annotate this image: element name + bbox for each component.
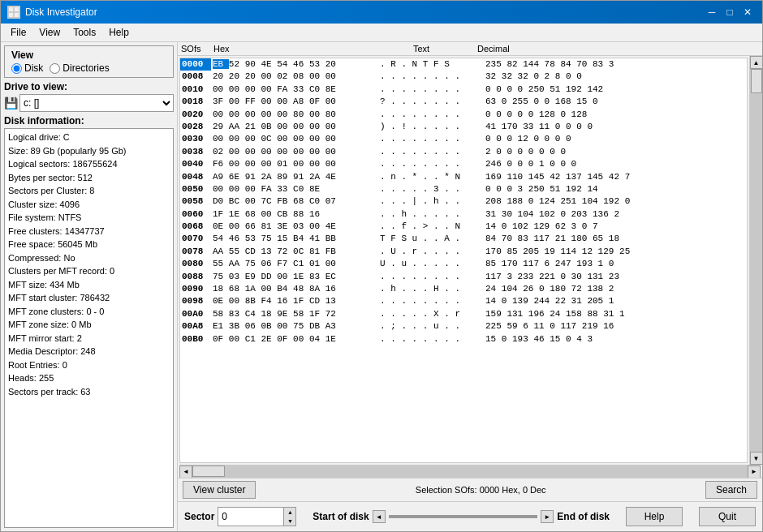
sector-input[interactable] [218,508,283,526]
hex-byte: 91 [293,172,309,182]
radio-disk-input[interactable] [11,63,22,74]
sector-input-row: ▲ ▼ [218,507,296,526]
hex-decimal: 208 188 0 124 251 104 192 0 [479,195,641,208]
table-row[interactable]: 003802 00 00 00 00 00 00 00. . . . . . .… [180,146,641,158]
minimize-button[interactable]: ─ [704,4,720,20]
table-row[interactable]: 0048A9 6E 91 2A 89 91 2A 4E. n . * . . *… [180,171,641,183]
table-row[interactable]: 00183F 00 FF 00 00 A8 0F 00? . . . . . .… [180,96,641,108]
hex-byte: 0E [213,221,229,231]
hex-values: 0E 00 8B F4 16 1F CD 13 [211,295,373,307]
scroll-track[interactable] [750,69,763,452]
hex-byte: 72 [325,309,336,319]
menu-help[interactable]: Help [102,25,136,40]
table-row[interactable]: 00680E 00 66 81 3E 03 00 4E. . f . > . .… [180,221,641,233]
hex-byte: 00 [309,147,325,157]
table-row[interactable]: 00601F 1E 68 00 CB 88 16. . h . . . . . … [180,208,641,221]
start-of-disk-label: Start of disk [313,511,369,522]
radio-disk[interactable]: Disk [11,62,43,74]
search-button[interactable]: Search [705,481,757,499]
hex-byte: 00 [229,159,245,169]
title-bar: Disk Investigator ─ □ ✕ [1,1,762,24]
hex-decimal: 225 59 6 11 0 117 219 16 [479,320,641,332]
hex-byte: FA [277,84,293,94]
hex-values: F6 00 00 00 01 00 00 00 [211,158,373,170]
table-row[interactable]: 005000 00 00 FA 33 C0 8E. . . . . 3 . . … [180,183,641,195]
table-row[interactable]: 007054 46 53 75 15 B4 41 BBT F S u . . A… [180,233,641,245]
table-row[interactable]: 0058D0 BC 00 7C FB 68 C0 07. . . | . h .… [180,195,641,208]
table-row[interactable]: 0040F6 00 00 00 01 00 00 00. . . . . . .… [180,158,641,170]
scroll-thumb[interactable] [751,69,762,93]
hex-byte: 0B [261,321,277,331]
hex-text: U . u . . . . . [373,258,479,270]
table-row[interactable]: 00B00F 00 C1 2E 0F 00 04 1E. . . . . . .… [180,333,641,345]
right-panel: SOfs Hex Text Decimal 0000EB 52 90 4E 54… [178,42,762,531]
menu-file[interactable]: File [4,25,32,40]
hex-decimal: 85 170 117 6 247 193 1 0 [479,258,641,270]
close-button[interactable]: ✕ [739,4,756,20]
hex-values: 0E 00 66 81 3E 03 00 4E [211,221,373,233]
table-row[interactable]: 002000 00 00 00 00 80 00 80. . . . . . .… [180,109,641,121]
table-row[interactable]: 002829 AA 21 0B 00 00 00 00) . ! . . . .… [180,121,641,133]
table-row[interactable]: 00A058 83 C4 18 9E 58 1F 72. . . . . X .… [180,308,641,320]
scroll-right-button[interactable]: ► [748,466,761,478]
hex-byte: 00 [261,71,277,81]
drive-dropdown[interactable]: c: [] [19,94,174,112]
disk-info-line: MFT mirror start: 2 [8,332,170,345]
radio-directories[interactable]: Directories [50,62,109,74]
disk-info-line: MFT size: 434 Mb [8,278,170,292]
help-button[interactable]: Help [626,507,683,526]
sector-down-button[interactable]: ▼ [284,517,295,526]
radio-directories-input[interactable] [50,63,60,74]
maximize-button[interactable]: □ [722,4,738,20]
table-row[interactable]: 00980E 00 8B F4 16 1F CD 13. . . . . . .… [180,295,641,307]
view-cluster-button[interactable]: View cluster [183,481,256,499]
hex-byte: 02 [213,147,229,157]
hex-byte: 00 [277,321,293,331]
menu-tools[interactable]: Tools [67,25,102,40]
table-row[interactable]: 008055 AA 75 06 F7 C1 01 00U . u . . . .… [180,258,641,270]
table-row[interactable]: 0000EB 52 90 4E 54 46 53 20. R . N T F S… [180,58,641,71]
hex-byte: CD [309,296,325,306]
hex-byte: 08 [293,71,309,81]
hex-byte: 16 [325,284,336,294]
table-row[interactable]: 009018 68 1A 00 B4 48 8A 16. h . . . H .… [180,283,641,295]
table-row[interactable]: 0078AA 55 CD 13 72 0C 81 FB. U . r . . .… [180,246,641,258]
menu-view[interactable]: View [32,25,67,40]
hex-byte: 00 [293,122,309,131]
table-row[interactable]: 000820 20 20 00 02 08 00 00. . . . . . .… [180,71,641,83]
hex-byte: 00 [277,134,293,144]
quit-button[interactable]: Quit [699,507,756,526]
hex-byte: 16 [277,296,293,306]
table-row[interactable]: 00A8E1 3B 06 0B 00 75 DB A3. ; . . . u .… [180,320,641,332]
hex-byte: 00 [229,221,245,231]
horizontal-thumb[interactable] [192,466,225,477]
hex-byte: 00 [293,134,309,144]
hex-byte: 2A [309,172,325,182]
table-row[interactable]: 008875 03 E9 DD 00 1E 83 EC. . . . . . .… [180,271,641,283]
app-icon [7,6,20,19]
hex-values: A9 6E 91 2A 89 91 2A 4E [211,171,373,183]
hex-decimal: 235 82 144 78 84 70 83 3 [479,58,641,71]
hex-table-container[interactable]: 0000EB 52 90 4E 54 46 53 20. R . N T F S… [179,58,748,463]
hex-byte: 00 [261,284,277,294]
hex-byte: 75 [261,234,277,243]
hex-address: 0058 [180,195,211,208]
hex-byte: 20 [325,59,336,69]
hex-text: . h . . . H . . [373,283,479,295]
hex-byte: 00 [245,109,261,119]
slider-left-button[interactable]: ◄ [373,510,386,523]
slider-right-button[interactable]: ► [541,510,554,523]
vertical-scrollbar[interactable]: ▲ ▼ [749,56,762,465]
table-row[interactable]: 003000 00 00 0C 00 00 00 00. . . . . . .… [180,133,641,145]
disk-info-line: Root Entries: 0 [8,358,170,372]
scroll-up-button[interactable]: ▲ [750,56,763,69]
hex-values: 54 46 53 75 15 B4 41 BB [211,233,373,245]
horizontal-scrollbar[interactable]: ◄ ► [179,465,761,478]
scroll-left-button[interactable]: ◄ [179,466,192,478]
table-row[interactable]: 001000 00 00 00 FA 33 C0 8E. . . . . . .… [180,84,641,96]
slider-track[interactable] [389,515,538,518]
sector-up-button[interactable]: ▲ [284,508,295,517]
scroll-down-button[interactable]: ▼ [750,452,763,465]
hex-byte: 04 [309,334,325,344]
horizontal-track[interactable] [192,466,748,478]
